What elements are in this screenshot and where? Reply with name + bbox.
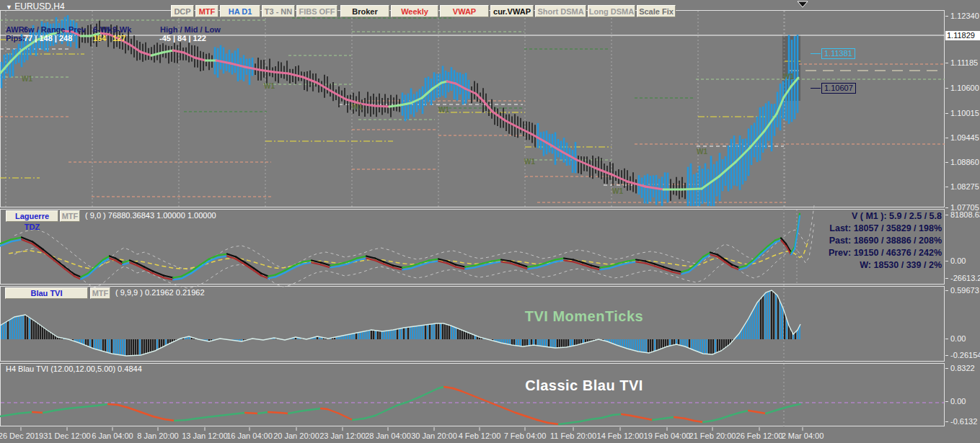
pips-6wk-value: 164	[93, 34, 106, 42]
price-scale-tick: 1.11185	[950, 58, 978, 67]
h4-scale-tick-mark	[945, 421, 948, 422]
price-scale-tick-mark	[945, 187, 948, 187]
stat-volume-m1: V ( M1 ): 5.9 / 2.5 / 5.8	[829, 210, 942, 223]
stat-week: W: 18530 / 339 / 2%	[829, 259, 942, 272]
h4-scale-tick: -0.6132	[950, 417, 977, 426]
toolbar-button-ha-d1[interactable]: HA D1	[220, 5, 260, 17]
chart-window: ▼ EURUSD,H4 AWR: 6w / Range Prev 6-Wk 9-…	[0, 0, 980, 443]
collapse-arrow-icon[interactable]: ▼	[6, 4, 12, 11]
awr-hml-label: High / Mid / Low	[160, 25, 221, 34]
price-scale-tick-mark	[945, 162, 948, 163]
pips-label: Pips:	[6, 34, 25, 42]
laguerre-scale-tick-mark	[945, 278, 948, 279]
h4-scale-tick: 0.00	[950, 397, 966, 406]
price-scale-tick-mark	[945, 207, 948, 208]
blau-scale-tick: -0.26154	[950, 351, 980, 359]
date-axis-label: 30 Jan 20:00	[411, 431, 457, 440]
blau-tvi-button[interactable]: Blau TVI	[5, 287, 88, 299]
w1-week-open-label: W1	[524, 158, 535, 166]
awr-9wk-label: 9-Wk	[112, 25, 131, 34]
laguerre-mtf-button[interactable]: MTF	[60, 210, 80, 222]
date-axis-label: 26 Dec 2019	[0, 431, 43, 440]
date-axis-label: 2 Mar 04:00	[782, 431, 824, 440]
pips-9wk-value: 127	[112, 34, 125, 42]
toolbar-button-scale-fix[interactable]: Scale Fix	[637, 5, 676, 17]
stat-prev: Prev: 19150 / 46376 / 242%	[829, 247, 942, 259]
laguerre-tdz-button[interactable]: Laguerre TDZ	[6, 210, 58, 222]
w1-week-open-label: W1	[22, 75, 32, 83]
w1-week-open-label: W1	[438, 106, 449, 114]
toolbar-button-weekly[interactable]: Weekly	[391, 5, 438, 17]
laguerre-scale-tick: 81808.636	[950, 210, 980, 219]
date-axis-label: 13 Jan 12:00	[182, 431, 228, 440]
toolbar-button-fibs-off[interactable]: FIBS OFF	[296, 5, 337, 17]
blau-scale-tick-mark	[945, 339, 948, 339]
w1-week-open-label: W1	[352, 103, 363, 111]
price-scale-tick: 1.12340	[950, 12, 979, 20]
laguerre-scale-tick: 0.00	[950, 256, 966, 265]
price-scale-tick: 1.10600	[950, 84, 979, 92]
classic-blau-watermark: Classic Blau TVI	[525, 377, 643, 394]
current-price-badge: 1.11829	[945, 31, 980, 40]
toolbar-button-broker[interactable]: Broker	[340, 5, 389, 17]
awr-prev-label: Prev	[69, 25, 86, 34]
laguerre-scale-tick-mark	[945, 261, 948, 261]
blau-scale-tick: 0.00	[950, 334, 966, 343]
date-axis-label: 7 Feb 04:00	[504, 431, 547, 440]
awr-6wk-label: 6-Wk	[93, 25, 112, 34]
date-axis-label: 8 Jan 20:00	[137, 431, 179, 440]
awr-range-label: 6w / Range	[24, 25, 65, 34]
date-axis-label: 11 Feb 20:00	[550, 431, 596, 440]
toolbar-button-vwap[interactable]: VWAP	[440, 5, 489, 17]
h4-blau-header: H4 Blau TVI (12.00,12.00,5.00) 0.4844	[6, 364, 142, 373]
date-axis-label: 21 Feb 20:00	[689, 431, 736, 440]
toolbar-button-mtf[interactable]: MTF	[195, 5, 218, 17]
date-axis-label: 19 Feb 04:00	[644, 431, 691, 440]
price-scale-tick: 1.08860	[950, 158, 979, 166]
price-scale-tick-mark	[945, 88, 948, 89]
upper-price-dash	[811, 53, 821, 54]
date-axis-label: 31 Dec 12:00	[43, 431, 90, 440]
w1-week-open-label: W1	[783, 73, 794, 81]
toolbar-button-dcp[interactable]: DCP	[171, 5, 194, 17]
pips-hml-values: -45 | 84 | 122	[159, 34, 206, 42]
date-axis-label: 28 Jan 04:00	[365, 431, 411, 440]
laguerre-scale-tick-mark	[945, 215, 948, 215]
price-scale-tick: 1.08275	[950, 182, 979, 191]
stat-last: Last: 18057 / 35829 / 198%	[829, 223, 942, 235]
blau-mtf-button[interactable]: MTF	[90, 287, 110, 299]
symbol-period-label: EURUSD,H4	[14, 1, 64, 12]
toolbar-button-t3-nn[interactable]: T3 - NN	[262, 5, 295, 17]
lower-price-label: 1.10607	[821, 83, 856, 94]
h4-scale-tick: 0.8322	[950, 364, 975, 372]
upper-price-label: 1.11381	[821, 48, 855, 59]
price-scale-tick-mark	[945, 16, 948, 17]
stat-past: Past: 18690 / 38886 / 208%	[829, 235, 942, 247]
date-axis-label: 26 Feb 12:00	[736, 431, 783, 440]
pips-range-values: 77 | 148 | 248	[24, 34, 72, 42]
price-scale-tick-mark	[945, 63, 948, 63]
date-axis-label: 20 Jan 20:00	[273, 431, 319, 440]
date-axis-label: 16 Jan 04:00	[226, 431, 273, 440]
lower-price-dash	[811, 88, 821, 89]
price-scale-tick: 1.10015	[950, 109, 979, 117]
blau-scale-tick: 0.59673	[950, 286, 979, 295]
toolbar-button-short-dsma[interactable]: Short DSMA	[535, 5, 586, 17]
h4-scale-tick-mark	[945, 401, 948, 402]
laguerre-stats-block: V ( M1 ): 5.9 / 2.5 / 5.8 Last: 18057 / …	[829, 210, 942, 272]
chart-title-bar[interactable]: ▼ EURUSD,H4	[6, 1, 65, 12]
date-axis-label: 14 Feb 12:00	[597, 431, 644, 440]
tvi-momenticks-watermark: TVI MomenTicks	[525, 308, 643, 325]
price-scale-tick-mark	[945, 113, 948, 114]
date-axis-label: 6 Jan 04:00	[92, 431, 133, 440]
blau-scale-tick-mark	[945, 355, 948, 356]
toolbar-button-long-dsma[interactable]: Long DSMA	[588, 5, 635, 17]
blau-header-values: ( 9,9,9 ) 0.21962 0.21962	[115, 288, 205, 297]
date-axis-label: 4 Feb 12:00	[459, 431, 501, 440]
toolbar-button-cur-vwap[interactable]: cur.VWAP	[490, 5, 534, 17]
w1-week-open-label: W1	[697, 148, 707, 156]
laguerre-header-values: ( 9,0 ) 76880.36843 1.00000 1.00000	[85, 211, 216, 220]
h4-scale-tick-mark	[945, 368, 948, 369]
laguerre-scale-tick: -26613.26	[950, 274, 980, 282]
price-scale-tick-mark	[945, 138, 948, 138]
